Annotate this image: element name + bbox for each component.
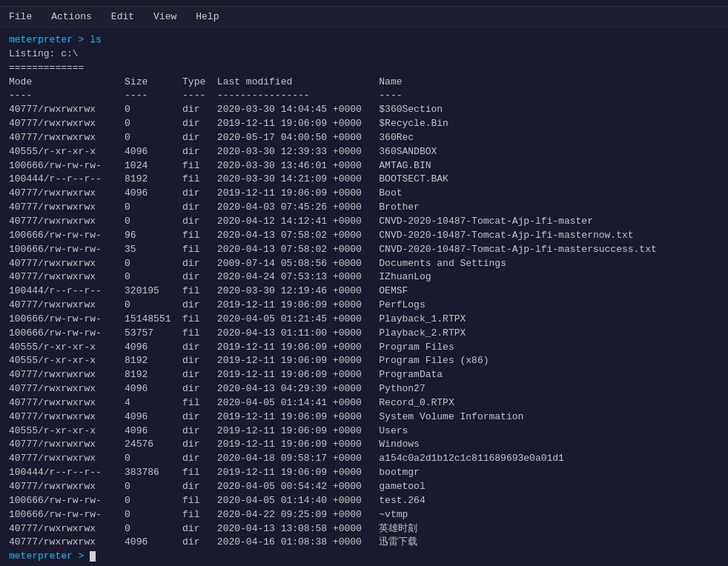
table-row: 100666/rw-rw-rw- 15148551 fil 2020-04-05…: [9, 313, 719, 327]
table-header: Mode Size Type Last modified Name: [9, 76, 719, 90]
table-row: 40777/rwxrwxrwx 4096 dir 2019-12-11 19:0…: [9, 187, 719, 201]
input-prompt-line[interactable]: meterpreter >: [9, 550, 719, 564]
table-row: 100666/rw-rw-rw- 96 fil 2020-04-13 07:58…: [9, 229, 719, 243]
table-row: 40777/rwxrwxrwx 0 dir 2020-04-24 07:53:1…: [9, 270, 719, 284]
menu-item-view[interactable]: View: [150, 10, 179, 24]
table-row: 100444/r--r--r-- 320195 fil 2020-03-30 1…: [9, 284, 719, 299]
table-row: 100666/rw-rw-rw- 1024 fil 2020-03-30 13:…: [9, 159, 719, 173]
table-row: 100444/r--r--r-- 8192 fil 2020-03-30 14:…: [9, 173, 719, 187]
table-header-dash: ---- ---- ---- ---------------- ----: [9, 89, 719, 103]
terminal-line: meterpreter > ls: [9, 33, 719, 47]
table-row: 40555/r-xr-xr-x 4096 dir 2019-12-11 19:0…: [9, 424, 719, 439]
table-row: 40777/rwxrwxrwx 4096 dir 2020-04-13 04:2…: [9, 382, 719, 396]
cursor: [90, 551, 96, 562]
table-row: 40777/rwxrwxrwx 0 dir 2020-04-18 09:58:1…: [9, 452, 719, 466]
menu-item-actions[interactable]: Actions: [48, 10, 95, 24]
menu-item-file[interactable]: File: [6, 10, 35, 24]
table-row: 100444/r--r--r-- 383786 fil 2019-12-11 1…: [9, 466, 719, 480]
title-bar: [0, 0, 728, 7]
table-row: 40777/rwxrwxrwx 0 dir 2020-03-30 14:04:4…: [9, 103, 719, 117]
table-row: 100666/rw-rw-rw- 35 fil 2020-04-13 07:58…: [9, 243, 719, 257]
table-row: 100666/rw-rw-rw- 53757 fil 2020-04-13 01…: [9, 327, 719, 341]
table-row: 40777/rwxrwxrwx 0 dir 2009-07-14 05:08:5…: [9, 257, 719, 271]
terminal-line: Listing: c:\: [9, 47, 719, 61]
menu-item-help[interactable]: Help: [193, 10, 222, 24]
table-row: 40777/rwxrwxrwx 4096 dir 2019-12-11 19:0…: [9, 410, 719, 424]
table-row: 40555/r-xr-xr-x 8192 dir 2019-12-11 19:0…: [9, 354, 719, 368]
table-row: 40555/r-xr-xr-x 4096 dir 2020-03-30 12:3…: [9, 145, 719, 159]
table-row: 40777/rwxrwxrwx 0 dir 2020-04-05 00:54:4…: [9, 480, 719, 494]
table-row: 100666/rw-rw-rw- 0 fil 2020-04-22 09:25:…: [9, 508, 719, 522]
table-row: 40555/r-xr-xr-x 4096 dir 2019-12-11 19:0…: [9, 341, 719, 355]
table-row: 40777/rwxrwxrwx 0 dir 2020-05-17 04:00:5…: [9, 131, 719, 145]
table-row: 40777/rwxrwxrwx 0 dir 2019-12-11 19:06:0…: [9, 299, 719, 313]
prompt-text: meterpreter >: [9, 550, 90, 562]
menu-item-edit[interactable]: Edit: [108, 10, 137, 24]
table-row: 40777/rwxrwxrwx 0 dir 2020-04-12 14:12:4…: [9, 215, 719, 229]
table-row: 40777/rwxrwxrwx 4 fil 2020-04-05 01:14:4…: [9, 396, 719, 410]
table-row: 40777/rwxrwxrwx 0 dir 2020-04-13 13:08:5…: [9, 522, 719, 536]
menu-bar: FileActionsEditViewHelp: [0, 7, 728, 27]
table-row: 40777/rwxrwxrwx 8192 dir 2019-12-11 19:0…: [9, 368, 719, 382]
table-row: 40777/rwxrwxrwx 4096 dir 2020-04-16 01:0…: [9, 536, 719, 550]
terminal-body[interactable]: meterpreter > lsListing: c:\============…: [0, 27, 728, 566]
table-row: 40777/rwxrwxrwx 0 dir 2019-12-11 19:06:0…: [9, 117, 719, 131]
table-row: 40777/rwxrwxrwx 0 dir 2020-04-03 07:45:2…: [9, 201, 719, 215]
terminal-line: =============: [9, 61, 719, 76]
table-row: 100666/rw-rw-rw- 0 fil 2020-04-05 01:14:…: [9, 494, 719, 508]
table-row: 40777/rwxrwxrwx 24576 dir 2019-12-11 19:…: [9, 438, 719, 452]
